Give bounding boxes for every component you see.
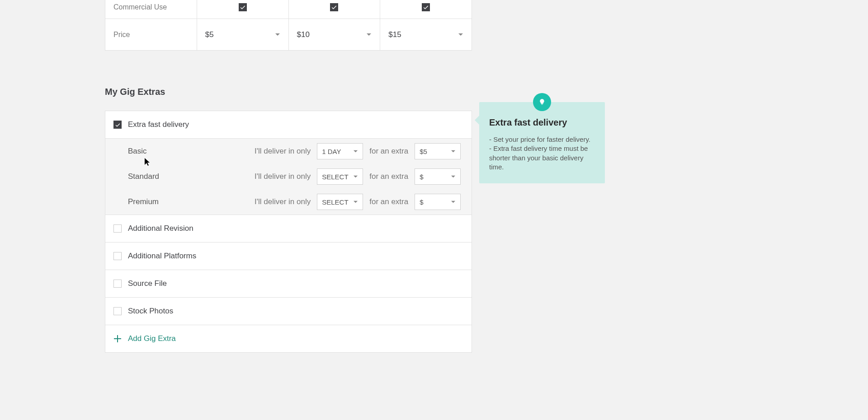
tier-name: Premium xyxy=(128,197,255,206)
pricing-table: Commercial Use Price $5 xyxy=(105,0,472,51)
extra-fast-delivery-row[interactable]: Extra fast delivery xyxy=(105,111,472,139)
extra-fast-checkbox[interactable] xyxy=(113,121,122,129)
commercial-use-tier1[interactable] xyxy=(197,0,288,19)
checkmark-icon xyxy=(330,3,338,11)
standard-price-value: $ xyxy=(420,173,423,181)
deliver-lead: I'll deliver in only xyxy=(255,172,311,181)
commercial-use-label: Commercial Use xyxy=(105,0,197,19)
basic-delivery-value: 1 DAY xyxy=(322,148,341,155)
chevron-down-icon xyxy=(353,175,358,179)
extra-stock-photos[interactable]: Stock Photos xyxy=(105,298,472,325)
basic-price-select[interactable]: $5 xyxy=(415,143,461,159)
price-select-tier2[interactable]: $10 xyxy=(288,19,380,51)
fast-delivery-tiers: Basic I'll deliver in only 1 DAY for an … xyxy=(105,139,472,215)
extra-additional-revision[interactable]: Additional Revision xyxy=(105,215,472,243)
premium-price-select[interactable]: $ xyxy=(415,194,461,210)
deliver-lead: I'll deliver in only xyxy=(255,197,311,206)
tier-name: Standard xyxy=(128,172,255,181)
price-tier2-value: $10 xyxy=(297,30,310,39)
chevron-down-icon xyxy=(353,200,358,204)
standard-delivery-value: SELECT xyxy=(322,173,348,181)
premium-delivery-value: SELECT xyxy=(322,198,348,206)
premium-price-value: $ xyxy=(420,198,423,206)
plus-icon xyxy=(113,335,122,343)
tip-panel: Extra fast delivery - Set your price for… xyxy=(479,102,605,183)
commercial-use-tier3[interactable] xyxy=(380,0,472,19)
tip-line: - Extra fast delivery time must be short… xyxy=(489,144,595,172)
gig-extras-heading: My Gig Extras xyxy=(105,87,472,97)
tier-row-premium: Premium I'll deliver in only SELECT for … xyxy=(105,189,472,215)
chevron-down-icon xyxy=(451,149,456,154)
tier-row-standard: Standard I'll deliver in only SELECT for… xyxy=(105,164,472,189)
add-gig-extra-label: Add Gig Extra xyxy=(128,334,176,343)
commercial-use-tier2[interactable] xyxy=(288,0,380,19)
tier-row-basic: Basic I'll deliver in only 1 DAY for an … xyxy=(105,139,472,164)
price-select-tier1[interactable]: $5 xyxy=(197,19,288,51)
tip-line: - Set your price for faster delivery. xyxy=(489,135,595,144)
lightbulb-icon xyxy=(533,93,551,111)
for-extra-lead: for an extra xyxy=(369,172,408,181)
price-select-tier3[interactable]: $15 xyxy=(380,19,472,51)
extra-label: Source File xyxy=(128,279,167,288)
extra-checkbox[interactable] xyxy=(113,280,122,288)
chevron-down-icon xyxy=(353,149,358,154)
basic-delivery-select[interactable]: 1 DAY xyxy=(317,143,363,159)
extra-fast-label: Extra fast delivery xyxy=(128,120,189,129)
checkmark-icon xyxy=(239,3,247,11)
for-extra-lead: for an extra xyxy=(369,147,408,156)
price-tier3-value: $15 xyxy=(388,30,401,39)
standard-price-select[interactable]: $ xyxy=(415,168,461,185)
extra-checkbox[interactable] xyxy=(113,224,122,233)
extra-additional-platforms[interactable]: Additional Platforms xyxy=(105,243,472,270)
extra-checkbox[interactable] xyxy=(113,252,122,260)
chevron-down-icon xyxy=(275,33,280,37)
extra-source-file[interactable]: Source File xyxy=(105,270,472,298)
checkmark-icon xyxy=(422,3,430,11)
premium-delivery-select[interactable]: SELECT xyxy=(317,194,363,210)
extra-label: Stock Photos xyxy=(128,307,173,316)
tier-name: Basic xyxy=(128,147,255,156)
chevron-down-icon xyxy=(366,33,372,37)
extra-label: Additional Platforms xyxy=(128,252,196,261)
chevron-down-icon xyxy=(451,200,456,204)
extra-label: Additional Revision xyxy=(128,224,193,233)
tip-title: Extra fast delivery xyxy=(489,117,595,128)
standard-delivery-select[interactable]: SELECT xyxy=(317,168,363,185)
deliver-lead: I'll deliver in only xyxy=(255,147,311,156)
gig-extras-panel: Extra fast delivery Basic I'll deliver i… xyxy=(105,111,472,353)
price-label: Price xyxy=(105,19,197,51)
extra-checkbox[interactable] xyxy=(113,307,122,315)
price-tier1-value: $5 xyxy=(205,30,214,39)
chevron-down-icon xyxy=(458,33,463,37)
for-extra-lead: for an extra xyxy=(369,197,408,206)
add-gig-extra[interactable]: Add Gig Extra xyxy=(105,325,472,352)
basic-price-value: $5 xyxy=(420,148,427,155)
chevron-down-icon xyxy=(451,175,456,179)
